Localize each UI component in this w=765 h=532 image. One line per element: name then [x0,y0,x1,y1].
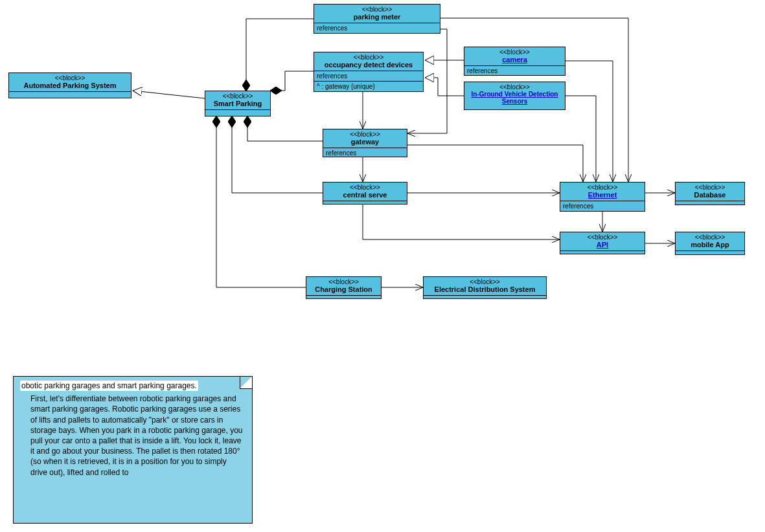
block-parking-meter[interactable]: <<block>> parking meter references [314,4,440,34]
stereotype: <<block>> [676,183,744,191]
stereotype: <<block>> [9,73,131,82]
block-title[interactable]: Ethernet [560,191,645,201]
stereotype: <<block>> [464,47,565,56]
block-title: Charging Station [306,285,381,295]
block-title[interactable]: API [560,241,645,250]
separator [424,295,546,296]
stereotype: <<block>> [314,5,440,13]
stereotype: <<block>> [560,232,645,241]
block-title: parking meter [314,13,440,23]
block-title: Electrical Distribution System [424,285,546,295]
note-title: obotic parking garages and smart parking… [20,381,198,391]
block-title: mobile App [676,241,744,250]
block-central-serve[interactable]: <<block>> central serve [323,182,407,205]
block-ethernet[interactable]: <<block>> Ethernet references [560,182,645,212]
separator [306,295,381,296]
note-robotic-parking: obotic parking garages and smart parking… [13,376,253,524]
block-section: references [314,23,440,33]
block-title: Database [676,191,744,201]
separator [676,201,744,201]
stereotype: <<block>> [306,277,381,285]
block-database[interactable]: <<block>> Database [675,182,745,205]
stereotype: <<block>> [323,183,407,191]
block-title: gateway [323,138,407,148]
stereotype: <<block>> [560,183,645,191]
block-title: central serve [323,191,407,201]
stereotype: <<block>> [676,232,744,241]
svg-line-0 [133,91,205,98]
note-body: First, let's differentiate between robot… [20,393,245,478]
separator [205,109,270,110]
stereotype: <<block>> [424,277,546,285]
block-section: references [464,66,565,76]
block-electrical-distribution-system[interactable]: <<block>> Electrical Distribution System [423,276,547,299]
block-in-ground-sensors[interactable]: <<block>> In-Ground Vehicle Detection Se… [464,82,565,110]
block-section: references [560,201,645,211]
separator [676,250,744,251]
block-charging-station[interactable]: <<block>> Charging Station [306,276,382,299]
block-section: references [314,71,423,81]
stereotype: <<block>> [314,52,423,61]
block-occupancy-detect-devices[interactable]: <<block>> occupancy detect devices refer… [314,52,424,92]
stereotype: <<block>> [205,91,270,100]
block-title: Smart Parking [205,100,270,109]
block-api[interactable]: <<block>> API [560,232,645,254]
block-mobile-app[interactable]: <<block>> mobile App [675,232,745,255]
separator [323,201,407,201]
block-smart-parking[interactable]: <<block>> Smart Parking [205,91,271,116]
stereotype: <<block>> [464,82,565,91]
block-automated-parking-system[interactable]: <<block>> Automated Parking System [8,72,131,98]
block-title[interactable]: In-Ground Vehicle Detection Sensors [464,91,565,107]
note-fold-corner [240,377,252,389]
block-section: references [323,148,407,158]
stereotype: <<block>> [323,129,407,138]
block-section: ^ : gateway {unique} [314,82,423,91]
block-gateway[interactable]: <<block>> gateway references [323,129,407,157]
block-title[interactable]: camera [464,56,565,65]
separator [560,250,645,251]
block-title: Automated Parking System [9,82,131,91]
block-title: occupancy detect devices [314,61,423,71]
block-camera[interactable]: <<block>> camera references [464,47,565,76]
separator [9,91,131,92]
